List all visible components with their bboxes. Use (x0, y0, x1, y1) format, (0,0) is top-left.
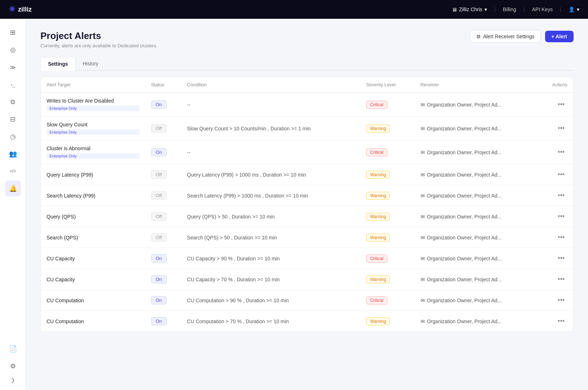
page-subtitle: Currently, alerts are only available to … (40, 43, 157, 48)
status-toggle[interactable]: Off (151, 191, 167, 200)
add-alert-button[interactable]: + Alert (545, 31, 574, 42)
alert-receiver-settings-button[interactable]: ⚙ Alert Receiver Settings (470, 30, 540, 43)
status-toggle[interactable]: On (151, 100, 167, 109)
cell-receiver: ✉Organization Owner, Project Ad... (415, 248, 538, 269)
cell-condition: -- (181, 93, 360, 117)
status-toggle[interactable]: On (151, 148, 167, 156)
cell-alert-target: CU Computation (41, 311, 145, 332)
sidebar-item-terminal[interactable]: ›_ (5, 77, 21, 92)
severity-badge: Warning (366, 317, 390, 325)
cell-severity: Warning (360, 311, 415, 332)
app-logo[interactable]: ✳ zilliz (9, 5, 32, 14)
cell-receiver: ✉Organization Owner, Project Ad... (415, 206, 538, 227)
table-row: CU ComputationOnCU Computation > 90 % , … (41, 290, 573, 311)
sidebar-item-target[interactable]: ◎ (5, 42, 21, 58)
tab-settings-label: Settings (48, 61, 68, 67)
cell-alert-target: Search (QPS) (41, 227, 145, 248)
tab-settings[interactable]: Settings (40, 57, 75, 71)
settings-btn-label: Alert Receiver Settings (483, 34, 534, 39)
receiver-name: Organization Owner, Project Ad... (427, 102, 502, 108)
row-actions-button[interactable]: ••• (555, 316, 567, 326)
row-actions-button[interactable]: ••• (555, 295, 567, 306)
cell-status: On (145, 290, 181, 311)
table-row: Cluster is AbnormalEnterprise OnlyOn--Cr… (41, 140, 573, 164)
layers-icon: ⧉ (10, 98, 15, 106)
billing-link[interactable]: Billing (503, 6, 516, 12)
status-toggle[interactable]: On (151, 275, 167, 283)
app-name: zilliz (18, 6, 32, 13)
status-toggle[interactable]: Off (151, 124, 167, 133)
row-actions-button[interactable]: ••• (555, 123, 567, 134)
severity-badge: Warning (366, 192, 390, 200)
sidebar-bottom: 📄 ⚙ ❯ (5, 341, 21, 384)
page-header: Project Alerts Currently, alerts are onl… (40, 30, 574, 48)
cell-receiver: ✉Organization Owner, Project Ad... (415, 311, 538, 332)
sidebar-collapse-btn[interactable]: ❯ (9, 376, 17, 384)
cell-actions: ••• (537, 185, 573, 206)
cell-condition: -- (181, 140, 360, 164)
cell-alert-target: Query Latency (P99) (41, 164, 145, 185)
sidebar-item-settings[interactable]: ⚙ (5, 358, 21, 374)
email-icon: ✉ (421, 150, 425, 155)
receiver-name: Organization Owner, Project Ad... (427, 318, 502, 324)
sidebar: ⊞ ◎ ≫ ›_ ⧉ ⊟ ◷ 👥 </> 🔔 📄 (0, 19, 26, 390)
cell-receiver: ✉Organization Owner, Project Ad... (415, 93, 538, 117)
status-toggle[interactable]: On (151, 254, 167, 263)
row-actions-button[interactable]: ••• (555, 190, 567, 201)
cell-condition: CU Capacity > 90 % , Duration >= 10 min (181, 248, 360, 269)
row-actions-button[interactable]: ••• (555, 253, 567, 264)
sidebar-item-history[interactable]: ◷ (5, 129, 21, 144)
sidebar-item-code[interactable]: </> (5, 163, 21, 179)
receiver-name: Organization Owner, Project Ad... (427, 214, 502, 220)
cell-alert-target: Cluster is AbnormalEnterprise Only (41, 140, 145, 164)
alert-target-name: Search Latency (P99) (47, 193, 140, 199)
email-icon: ✉ (421, 102, 425, 108)
status-toggle[interactable]: On (151, 296, 167, 304)
cell-actions: ••• (537, 269, 573, 290)
divider2: | (523, 6, 525, 12)
cell-receiver: ✉Organization Owner, Project Ad... (415, 269, 538, 290)
row-actions-button[interactable]: ••• (555, 274, 567, 285)
tab-history[interactable]: History (75, 57, 106, 71)
sidebar-item-home[interactable]: ⊞ (5, 25, 21, 40)
sidebar-item-list[interactable]: ⊟ (5, 111, 21, 127)
divider3: | (560, 6, 561, 12)
row-actions-button[interactable]: ••• (555, 232, 567, 243)
sidebar-item-layers[interactable]: ⧉ (5, 94, 21, 110)
cell-severity: Critical (360, 290, 415, 311)
col-alert-target: Alert Target (41, 77, 145, 93)
cell-actions: ••• (537, 117, 573, 140)
col-actions: Actions (537, 77, 573, 93)
star-icon: ✳ (9, 5, 15, 14)
status-toggle[interactable]: Off (151, 212, 167, 221)
cell-severity: Critical (360, 140, 415, 164)
enterprise-badge: Enterprise Only (47, 105, 140, 111)
cell-receiver: ✉Organization Owner, Project Ad... (415, 227, 538, 248)
status-toggle[interactable]: On (151, 317, 167, 325)
sidebar-item-alerts[interactable]: 🔔 (5, 181, 21, 196)
profile-chevron: ▾ (577, 6, 579, 12)
cell-actions: ••• (537, 290, 573, 311)
user-menu[interactable]: 🖥 Zilliz Chris ▾ (452, 6, 487, 13)
profile-menu[interactable]: 👤 ▾ (569, 6, 579, 12)
email-icon: ✉ (421, 193, 425, 199)
severity-badge: Critical (366, 296, 387, 304)
email-icon: ✉ (421, 256, 425, 261)
status-toggle[interactable]: Off (151, 233, 167, 242)
api-keys-link[interactable]: API Keys (532, 6, 553, 12)
cell-alert-target: Writes to Cluster Are DisabledEnterprise… (41, 93, 145, 117)
sidebar-item-deploy[interactable]: ≫ (5, 59, 21, 75)
tabs: Settings History (40, 57, 574, 71)
status-toggle[interactable]: Off (151, 170, 167, 179)
sidebar-item-users[interactable]: 👥 (5, 146, 21, 162)
alert-target-name: Cluster is Abnormal (47, 146, 140, 151)
cell-alert-target: Query (QPS) (41, 206, 145, 227)
row-actions-button[interactable]: ••• (555, 169, 567, 180)
alert-target-name: CU Capacity (47, 256, 140, 261)
sidebar-item-docs[interactable]: 📄 (5, 341, 21, 357)
add-alert-label: + Alert (552, 34, 567, 39)
row-actions-button[interactable]: ••• (555, 147, 567, 157)
row-actions-button[interactable]: ••• (555, 99, 567, 110)
row-actions-button[interactable]: ••• (555, 211, 567, 222)
receiver-name: Organization Owner, Project Ad... (427, 256, 502, 261)
